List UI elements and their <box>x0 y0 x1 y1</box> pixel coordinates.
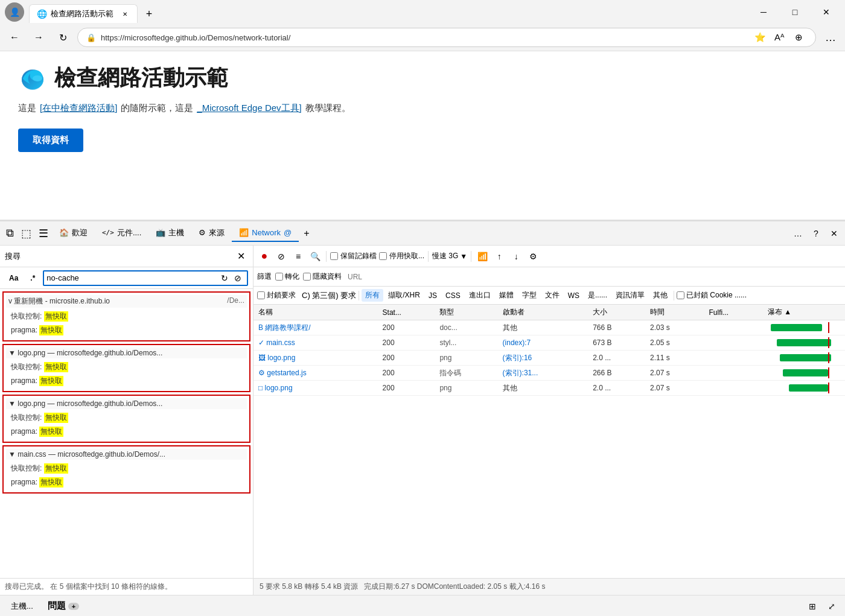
tab-edge-icon: 🌐 <box>37 9 47 19</box>
url-text[interactable]: https://microsoftedge.github.io/Demos/ne… <box>101 33 747 42</box>
disable-cache-checkbox[interactable]: 停用快取... <box>379 251 424 261</box>
type-js-button[interactable]: JS <box>425 290 441 301</box>
list-item: pragma: 無快取 <box>6 375 247 387</box>
hide-data-checkbox[interactable]: 隱藏資料 <box>303 271 342 282</box>
reading-mode-icon[interactable]: Aᴬ <box>771 29 788 46</box>
type-other-button[interactable]: 其他 <box>649 289 671 302</box>
collections-icon[interactable]: ⊕ <box>790 29 807 46</box>
filter-button[interactable]: ≡ <box>291 249 305 264</box>
search-button[interactable]: 🔍 <box>308 249 322 264</box>
profile-avatar[interactable]: 👤 <box>5 2 24 22</box>
refresh-button[interactable]: ↻ <box>53 28 72 47</box>
tab-devtools-panels[interactable]: ⧉ <box>2 224 18 242</box>
col-initiator[interactable]: 啟動者 <box>498 305 588 320</box>
col-fulfil[interactable]: Fulfi... <box>704 305 763 320</box>
type-media-button[interactable]: 進出口 <box>465 289 494 302</box>
get-data-button[interactable]: 取得資料 <box>18 129 83 152</box>
col-size[interactable]: 大小 <box>588 305 645 320</box>
elements-icon: </> <box>102 229 114 237</box>
type-doc-button[interactable]: 字型 <box>518 289 540 302</box>
tab-welcome[interactable]: 🏠 歡迎 <box>52 224 95 243</box>
add-tab-button[interactable]: + <box>299 226 314 241</box>
dock-button[interactable]: ⊞ <box>804 598 821 615</box>
col-waterfall[interactable]: 瀑布 ▲ <box>763 305 845 320</box>
devtools-panel: ⧉ ⬚ ☰ 🏠 歡迎 </> 元件.... 📺 主機 ⚙ 來源 📶 Networ… <box>0 220 845 595</box>
network-settings-icon[interactable]: ⚙ <box>526 249 540 264</box>
page-description: 這是 [在中檢查網路活動] 的隨附示範，這是 _Microsoft Edge D… <box>18 103 827 114</box>
edge-logo <box>18 64 47 93</box>
tab-devtools-panels3[interactable]: ☰ <box>35 224 52 243</box>
blocked-request-checkbox[interactable]: 封鎖要求 <box>257 290 296 300</box>
tab-network[interactable]: 📶 Network @ <box>232 224 299 242</box>
devtools-help-button[interactable]: ? <box>808 225 824 242</box>
bottom-tab-issues[interactable]: 問題 + <box>42 598 85 614</box>
bottom-tab-host[interactable]: 主機... <box>5 599 39 614</box>
list-item: pragma: 無快取 <box>6 476 247 489</box>
devtools-close-button[interactable]: ✕ <box>826 225 843 242</box>
search-cancel-button[interactable]: ⊘ <box>231 271 244 285</box>
blocked-cookie-checkbox[interactable]: 已封鎖 Cookie ...... <box>677 290 747 300</box>
type-css-button[interactable]: CSS <box>442 290 464 301</box>
convert-checkbox[interactable]: 轉化 <box>275 271 299 282</box>
tab-console[interactable]: 📺 主機 <box>148 224 191 243</box>
back-button[interactable]: ← <box>5 28 24 47</box>
upload-icon[interactable]: ↑ <box>492 249 506 264</box>
tab-elements[interactable]: </> 元件.... <box>95 224 148 243</box>
search-input[interactable] <box>46 273 218 282</box>
case-sensitive-button[interactable]: Aa <box>5 272 22 284</box>
table-row[interactable]: ✓ main.css 200 styl... (index):7 673 B 2… <box>253 335 845 351</box>
undock-button[interactable]: ⤢ <box>823 598 840 615</box>
network-icon: 📶 <box>239 228 249 237</box>
col-type[interactable]: 類型 <box>435 305 497 320</box>
new-tab-button[interactable]: + <box>140 5 158 23</box>
search-options-bar: Aa .* ↻ ⊘ <box>0 267 253 289</box>
type-font-button[interactable]: 媒體 <box>496 289 517 302</box>
bookmark-icon[interactable]: ⭐ <box>751 29 768 46</box>
type-fetch-xhr-button[interactable]: 擷取/XHR <box>384 289 424 302</box>
download-icon[interactable]: ↓ <box>509 249 523 264</box>
result-value: 無快取 <box>39 477 63 487</box>
result-key: 快取控制: <box>11 363 44 371</box>
network-requests-table: 名稱 Stat... 類型 啟動者 大小 時間 Fulfi... 瀑布 ▲ B <box>253 305 845 396</box>
col-status[interactable]: Stat... <box>378 305 435 320</box>
tab-sources[interactable]: ⚙ 來源 <box>191 224 232 243</box>
tab-devtools-panels2[interactable]: ⬚ <box>18 224 35 243</box>
forward-button[interactable]: → <box>29 28 48 47</box>
request-initiator: (索引):16 <box>498 351 588 366</box>
table-row[interactable]: B 網路教學課程/ 200 doc... 其他 766 B 2.03 s <box>253 320 845 335</box>
network-conditions-icon[interactable]: 📶 <box>475 249 489 264</box>
request-size: 2.0 ... <box>588 351 645 366</box>
search-close-button[interactable]: ✕ <box>234 249 248 264</box>
waterfall-bar-cell <box>763 366 845 381</box>
close-button[interactable]: ✕ <box>812 3 840 21</box>
inspect-network-link[interactable]: [在中檢查網路活動] <box>40 103 117 114</box>
result-header-text: ▼ main.css — microsoftedge.github.io/Dem… <box>8 450 165 459</box>
type-info-button[interactable]: 資訊清單 <box>612 289 648 302</box>
url-bar: 🔒 https://microsoftedge.github.io/Demos/… <box>77 28 816 47</box>
record-button[interactable]: ● <box>257 249 272 264</box>
search-refresh-button[interactable]: ↻ <box>218 271 231 285</box>
bottom-bar: 主機... 問題 + ⊞ ⤢ <box>0 595 845 616</box>
more-options-button[interactable]: … <box>821 28 840 47</box>
type-all-button[interactable]: 所有 <box>362 289 383 302</box>
filter-url-input[interactable] <box>345 271 841 282</box>
browser-tab[interactable]: 🌐 檢查網路活動示範 ✕ <box>29 4 138 23</box>
type-manifest-button[interactable]: 是...... <box>584 289 611 302</box>
preserve-log-checkbox[interactable]: 保留記錄檔 <box>330 251 377 261</box>
regex-button[interactable]: .* <box>26 272 39 284</box>
result-value: 無快取 <box>39 427 63 437</box>
table-row[interactable]: ⚙ getstarted.js 200 指令碼 (索引):31... 266 B… <box>253 366 845 381</box>
stop-button[interactable]: ⊘ <box>274 249 289 264</box>
type-wasm-button[interactable]: WS <box>564 290 583 301</box>
devtools-more-button[interactable]: … <box>789 225 806 242</box>
col-name[interactable]: 名稱 <box>253 305 378 320</box>
table-row[interactable]: □ logo.png 200 png 其他 2.0 ... 2.07 s <box>253 381 845 396</box>
address-bar: ← → ↻ 🔒 https://microsoftedge.github.io/… <box>0 24 845 51</box>
request-type: png <box>435 381 497 396</box>
tab-close-button[interactable]: ✕ <box>120 9 130 19</box>
minimize-button[interactable]: ─ <box>750 3 777 21</box>
type-ws-button[interactable]: 文件 <box>541 289 563 302</box>
maximize-button[interactable]: □ <box>781 3 809 21</box>
col-time[interactable]: 時間 <box>645 305 704 320</box>
table-row[interactable]: 🖼 logo.png 200 png (索引):16 2.0 ... 2.11 … <box>253 351 845 366</box>
